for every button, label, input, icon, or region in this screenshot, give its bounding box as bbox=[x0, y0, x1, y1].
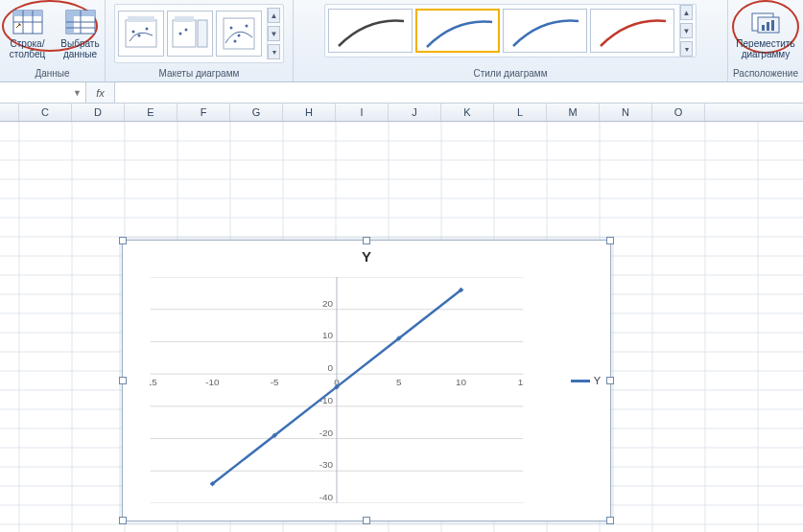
gallery-expand-button[interactable]: ▾ bbox=[268, 44, 280, 59]
svg-text:15: 15 bbox=[518, 377, 524, 387]
chart-styles-gallery: ▲ ▼ ▾ bbox=[324, 4, 697, 58]
column-header[interactable]: M bbox=[547, 104, 600, 121]
ribbon-group-layouts: ▲ ▼ ▾ Макеты диаграмм bbox=[106, 0, 294, 81]
column-header[interactable]: H bbox=[283, 104, 336, 121]
gallery-scroll-down[interactable]: ▼ bbox=[268, 26, 280, 41]
svg-rect-1 bbox=[13, 11, 42, 16]
column-header[interactable]: E bbox=[125, 104, 177, 121]
gallery-expand-button[interactable]: ▾ bbox=[680, 41, 693, 57]
name-box[interactable]: ▼ bbox=[0, 82, 86, 103]
svg-rect-17 bbox=[175, 16, 194, 22]
svg-text:5: 5 bbox=[396, 377, 402, 387]
svg-text:10: 10 bbox=[456, 377, 467, 387]
svg-rect-18 bbox=[198, 20, 207, 47]
column-headers: CDEFGHIJKLMNO bbox=[0, 104, 803, 122]
plot-svg: -40-30-20-100102030-15-10-5051015 bbox=[150, 277, 524, 503]
plot-area[interactable]: -40-30-20-100102030-15-10-5051015 bbox=[150, 277, 524, 503]
column-header[interactable]: G bbox=[230, 104, 283, 121]
grid-area[interactable]: Y Y -40-30-20-100102030-15-10-5051015 bbox=[0, 122, 803, 532]
svg-point-25 bbox=[234, 40, 237, 43]
legend-swatch bbox=[571, 380, 590, 382]
column-header[interactable]: K bbox=[441, 104, 494, 121]
svg-text:-30: -30 bbox=[319, 459, 334, 470]
svg-text:20: 20 bbox=[322, 298, 334, 309]
switch-row-column-icon bbox=[12, 7, 43, 37]
svg-point-13 bbox=[132, 31, 135, 34]
gallery-scroll-down[interactable]: ▼ bbox=[680, 23, 693, 38]
chart-layout-option[interactable] bbox=[167, 11, 213, 57]
chart-title[interactable]: Y bbox=[123, 248, 610, 265]
svg-text:-15: -15 bbox=[150, 377, 157, 387]
svg-rect-28 bbox=[762, 25, 765, 31]
column-header[interactable]: N bbox=[600, 104, 652, 121]
select-data-label: Выбрать данные bbox=[60, 38, 101, 59]
column-header[interactable]: J bbox=[389, 104, 441, 121]
column-header[interactable]: I bbox=[336, 104, 389, 121]
column-header[interactable]: O bbox=[652, 104, 705, 121]
svg-point-24 bbox=[246, 25, 248, 28]
select-data-icon bbox=[65, 7, 96, 37]
svg-rect-12 bbox=[128, 16, 154, 22]
column-header[interactable] bbox=[0, 104, 19, 121]
chart-layout-option[interactable] bbox=[118, 11, 164, 57]
svg-rect-30 bbox=[771, 20, 774, 31]
ribbon: Строка/столбец Выбрать данные Данные bbox=[0, 0, 803, 82]
svg-point-22 bbox=[230, 27, 233, 30]
svg-text:-20: -20 bbox=[319, 428, 334, 438]
svg-point-14 bbox=[138, 35, 141, 37]
svg-rect-29 bbox=[767, 22, 769, 31]
svg-rect-16 bbox=[173, 20, 196, 47]
column-header[interactable]: C bbox=[19, 104, 72, 121]
column-header[interactable]: F bbox=[177, 104, 230, 121]
svg-text:-10: -10 bbox=[205, 377, 220, 387]
svg-text:0: 0 bbox=[328, 362, 334, 373]
column-header[interactable]: L bbox=[494, 104, 547, 121]
formula-bar: ▼ fx bbox=[0, 82, 803, 104]
svg-point-20 bbox=[185, 29, 188, 32]
gallery-scroll: ▲ ▼ ▾ bbox=[679, 5, 693, 57]
chart-legend[interactable]: Y bbox=[571, 375, 601, 386]
gallery-scroll: ▲ ▼ ▾ bbox=[267, 8, 280, 59]
ribbon-group-label: Данные bbox=[4, 66, 101, 80]
svg-text:10: 10 bbox=[322, 330, 334, 340]
chart-layouts-gallery: ▲ ▼ ▾ bbox=[114, 4, 284, 63]
svg-text:-40: -40 bbox=[319, 492, 334, 502]
select-data-button[interactable]: Выбрать данные bbox=[58, 4, 104, 62]
chart-style-option[interactable] bbox=[415, 9, 500, 53]
chart-style-option[interactable] bbox=[503, 9, 587, 53]
legend-label: Y bbox=[594, 375, 601, 386]
fx-icon[interactable]: fx bbox=[86, 82, 115, 103]
ribbon-group-data: Строка/столбец Выбрать данные Данные bbox=[0, 0, 106, 81]
spreadsheet: CDEFGHIJKLMNO Y Y -40-30-20-100102030-15… bbox=[0, 104, 803, 532]
formula-input[interactable] bbox=[115, 82, 803, 103]
chart-layout-option[interactable] bbox=[216, 11, 262, 57]
ribbon-group-label: Макеты диаграмм bbox=[109, 66, 289, 80]
switch-row-column-label: Строка/столбец bbox=[5, 38, 51, 59]
svg-rect-11 bbox=[126, 20, 156, 47]
chart-style-option[interactable] bbox=[590, 9, 674, 53]
switch-row-column-button[interactable]: Строка/столбец bbox=[2, 4, 54, 62]
gallery-scroll-up[interactable]: ▲ bbox=[268, 8, 280, 23]
ribbon-group-styles: ▲ ▼ ▾ Стили диаграмм bbox=[294, 0, 728, 81]
move-chart-icon bbox=[750, 7, 781, 37]
svg-rect-21 bbox=[224, 18, 254, 49]
ribbon-group-label: Стили диаграмм bbox=[297, 66, 723, 80]
ribbon-group-location: Переместить диаграмму Расположение bbox=[728, 0, 803, 81]
chart-style-option[interactable] bbox=[328, 9, 413, 53]
embedded-chart[interactable]: Y Y -40-30-20-100102030-15-10-5051015 bbox=[122, 240, 611, 521]
ribbon-group-label: Расположение bbox=[732, 66, 799, 80]
svg-text:-5: -5 bbox=[271, 377, 279, 387]
svg-point-23 bbox=[238, 35, 241, 37]
move-chart-button[interactable]: Переместить диаграмму bbox=[732, 4, 799, 62]
svg-point-19 bbox=[179, 33, 182, 35]
column-header[interactable]: D bbox=[72, 104, 125, 121]
move-chart-label: Переместить диаграмму bbox=[735, 38, 796, 59]
svg-point-15 bbox=[146, 28, 149, 31]
gallery-scroll-up[interactable]: ▲ bbox=[680, 5, 693, 20]
